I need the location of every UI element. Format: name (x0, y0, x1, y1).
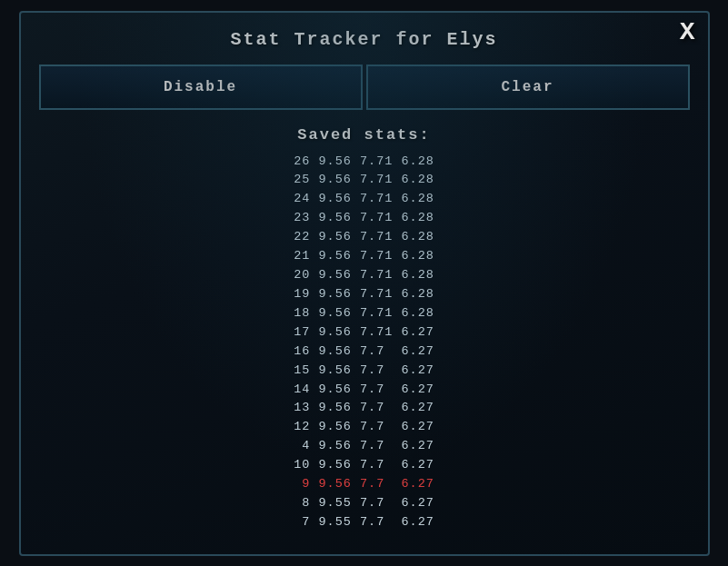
stat-row: 18 9.56 7.71 6.28 (294, 304, 434, 323)
stat-row: 19 9.56 7.71 6.28 (294, 285, 434, 304)
stat-row: 20 9.56 7.71 6.28 (294, 266, 434, 285)
stats-list: 26 9.56 7.71 6.2825 9.56 7.71 6.2824 9.5… (39, 153, 690, 536)
stat-row: 15 9.56 7.7 6.27 (294, 362, 434, 381)
stat-row: 8 9.55 7.7 6.27 (294, 494, 434, 513)
stat-row: 9 9.56 7.7 6.27 (294, 475, 434, 494)
clear-button[interactable]: Clear (366, 65, 690, 110)
stat-row: 14 9.56 7.7 6.27 (294, 381, 434, 400)
stat-row: 24 9.56 7.71 6.28 (294, 190, 434, 209)
stat-row: 7 9.55 7.7 6.27 (294, 513, 434, 532)
stat-row: 12 9.56 7.7 6.27 (294, 418, 434, 437)
button-row: Disable Clear (39, 65, 690, 110)
stat-row: 26 9.56 7.71 6.28 (294, 153, 434, 172)
stat-row: 25 9.56 7.71 6.28 (294, 171, 434, 190)
stat-row: 4 9.56 7.7 6.27 (294, 437, 434, 456)
window-title: Stat Tracker for Elys (230, 29, 497, 50)
stat-row: 6 9.55 7.7 6.27 (294, 532, 434, 536)
main-window: X Stat Tracker for Elys Disable Clear Sa… (19, 11, 710, 556)
saved-stats-label: Saved stats: (297, 126, 430, 144)
stat-row: 13 9.56 7.7 6.27 (294, 399, 434, 418)
stat-row: 22 9.56 7.71 6.28 (294, 228, 434, 247)
stat-row: 17 9.56 7.71 6.27 (294, 323, 434, 343)
close-button[interactable]: X (680, 20, 695, 45)
stat-row: 23 9.56 7.71 6.28 (294, 209, 434, 228)
stat-row: 16 9.56 7.7 6.27 (294, 343, 434, 362)
disable-button[interactable]: Disable (39, 65, 363, 110)
stat-row: 10 9.56 7.7 6.27 (294, 456, 434, 475)
stat-row: 21 9.56 7.71 6.28 (294, 247, 434, 266)
